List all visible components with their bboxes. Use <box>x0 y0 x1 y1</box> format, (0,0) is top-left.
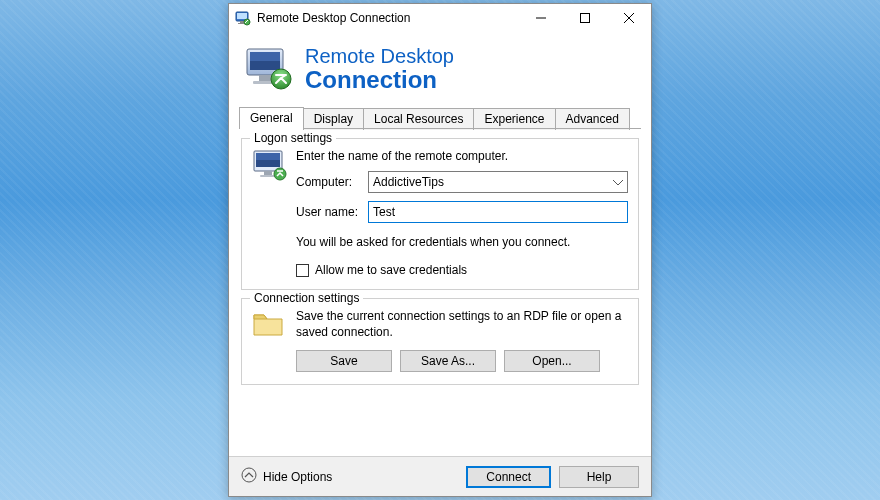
credentials-hint: You will be asked for credentials when y… <box>296 235 628 249</box>
username-value: Test <box>373 205 395 219</box>
maximize-button[interactable] <box>563 4 607 32</box>
close-button[interactable] <box>607 4 651 32</box>
hide-options-label: Hide Options <box>263 470 332 484</box>
window-controls <box>519 4 651 32</box>
banner-text: Remote Desktop Connection <box>305 46 454 92</box>
svg-rect-19 <box>260 175 276 177</box>
save-as-button[interactable]: Save As... <box>400 350 496 372</box>
chevron-up-circle-icon <box>241 467 257 486</box>
svg-rect-11 <box>250 52 280 61</box>
titlebar: Remote Desktop Connection <box>229 4 651 32</box>
tab-general[interactable]: General <box>239 107 304 129</box>
rdc-window: Remote Desktop Connection <box>228 3 652 497</box>
tab-experience[interactable]: Experience <box>473 108 555 130</box>
banner: Remote Desktop Connection <box>229 32 651 100</box>
svg-point-4 <box>244 19 250 25</box>
logon-legend: Logon settings <box>250 131 336 145</box>
hide-options-button[interactable]: Hide Options <box>241 467 332 486</box>
svg-rect-18 <box>264 171 272 175</box>
svg-rect-2 <box>240 21 244 23</box>
connect-button[interactable]: Connect <box>466 466 551 488</box>
chevron-down-icon <box>613 175 623 189</box>
minimize-button[interactable] <box>519 4 563 32</box>
computer-combobox[interactable]: AddictiveTips <box>368 171 628 193</box>
tab-local-resources[interactable]: Local Resources <box>363 108 474 130</box>
footer: Hide Options Connect Help <box>229 456 651 496</box>
rdc-banner-icon <box>243 45 295 93</box>
tab-advanced[interactable]: Advanced <box>555 108 630 130</box>
title-text: Remote Desktop Connection <box>257 11 410 25</box>
svg-rect-12 <box>259 75 271 81</box>
folder-icon <box>252 309 288 342</box>
save-credentials-label: Allow me to save credentials <box>315 263 467 277</box>
banner-line1: Remote Desktop <box>305 46 454 67</box>
save-credentials-checkbox[interactable] <box>296 264 309 277</box>
rdc-title-icon <box>235 10 251 26</box>
tab-strip: General Display Local Resources Experien… <box>229 106 651 129</box>
logon-settings-group: Logon settings Enter the name of the rem… <box>241 138 639 290</box>
connection-settings-group: Connection settings Save the current con… <box>241 298 639 385</box>
svg-rect-1 <box>237 13 247 19</box>
tab-display[interactable]: Display <box>303 108 364 130</box>
help-button[interactable]: Help <box>559 466 639 488</box>
svg-point-21 <box>242 468 256 482</box>
connection-legend: Connection settings <box>250 291 363 305</box>
svg-rect-6 <box>581 14 590 23</box>
logon-instruction: Enter the name of the remote computer. <box>296 149 628 163</box>
save-button[interactable]: Save <box>296 350 392 372</box>
monitor-icon <box>252 149 288 186</box>
computer-value: AddictiveTips <box>373 175 444 189</box>
computer-label: Computer: <box>296 175 368 189</box>
open-button[interactable]: Open... <box>504 350 600 372</box>
general-panel: Logon settings Enter the name of the rem… <box>229 130 651 403</box>
username-label: User name: <box>296 205 368 219</box>
username-input[interactable]: Test <box>368 201 628 223</box>
connection-description: Save the current connection settings to … <box>296 309 628 340</box>
banner-line2: Connection <box>305 67 454 92</box>
svg-rect-17 <box>256 153 280 160</box>
